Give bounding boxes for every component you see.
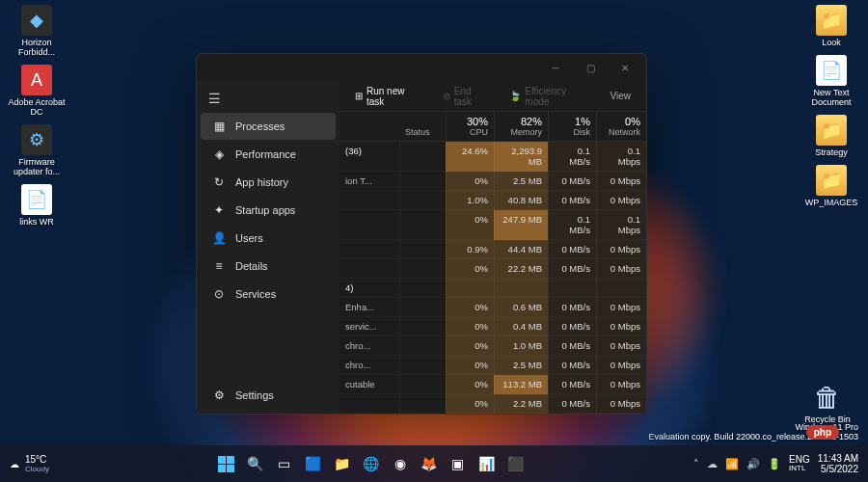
view-button[interactable]: View — [605, 87, 637, 105]
process-list[interactable]: (36)24.6%2,293.9 MB0.1 MB/s0.1 Mbpsion T… — [339, 142, 646, 414]
performance-icon: ◈ — [212, 147, 226, 161]
desktop-icon[interactable]: 📁WP_IMAGES — [802, 165, 860, 207]
efficiency-mode-button[interactable]: 🍃 Efficiency mode — [503, 82, 596, 111]
process-name: chro... — [339, 336, 399, 356]
process-name — [339, 210, 399, 240]
volume-icon[interactable]: 🔊 — [746, 458, 760, 470]
desktop-icon[interactable]: 📄links WR — [8, 184, 66, 227]
sidebar-item-label: Services — [235, 288, 276, 300]
widgets-button[interactable]: 🟦 — [301, 451, 326, 476]
table-row[interactable]: servic...0%0.4 MB0 MB/s0 Mbps — [339, 317, 646, 336]
onedrive-icon[interactable]: ☁ — [707, 458, 718, 470]
desktop-icon[interactable]: 📄New Text Document — [802, 55, 860, 107]
icon-label: New Text Document — [802, 88, 860, 107]
file-icon: 📁 — [816, 115, 847, 146]
disk-cell: 0 MB/s — [548, 298, 596, 317]
sidebar-item-performance[interactable]: ◈Performance — [201, 141, 336, 168]
table-row[interactable]: 0%22.2 MB0 MB/s0 Mbps — [339, 259, 646, 279]
startup-apps-icon: ✦ — [212, 203, 226, 217]
cpu-cell: 0% — [446, 172, 494, 191]
memory-cell: 247.9 MB — [494, 210, 548, 240]
stop-icon: ⊘ — [443, 91, 450, 101]
cpu-cell: 0% — [446, 259, 494, 279]
sidebar-item-details[interactable]: ≡Details — [201, 253, 336, 280]
table-row[interactable]: (36)24.6%2,293.9 MB0.1 MB/s0.1 Mbps — [339, 142, 646, 172]
sidebar-item-label: Details — [235, 260, 268, 272]
users-icon: 👤 — [212, 231, 226, 245]
sidebar-item-services[interactable]: ⊙Services — [201, 281, 336, 308]
processes-icon: ▦ — [212, 120, 226, 133]
header-network[interactable]: 0%Network — [596, 112, 646, 141]
icon-label: Adobe Acrobat DC — [8, 97, 66, 117]
recycle-bin[interactable]: 🗑 Recycle Bin — [799, 382, 856, 424]
task-view-button[interactable]: ▭ — [272, 451, 297, 476]
header-name[interactable] — [339, 112, 399, 141]
maximize-button[interactable]: ▢ — [573, 54, 608, 81]
tray-chevron-icon[interactable]: ˄ — [693, 458, 699, 470]
table-row[interactable]: 0.9%44.4 MB0 MB/s0 Mbps — [339, 240, 646, 259]
task-manager-window: ─ ▢ ✕ ☰ ▦Processes◈Performance↻App histo… — [196, 53, 647, 415]
language-indicator[interactable]: ENGINTL — [789, 454, 810, 473]
process-name: (36) — [339, 142, 399, 172]
app-button[interactable]: ▣ — [446, 451, 471, 476]
cpu-cell: 0% — [446, 356, 494, 375]
header-memory[interactable]: 82%Memory — [494, 112, 548, 141]
desktop-icon[interactable]: AAdobe Acrobat DC — [8, 65, 66, 117]
taskmgr-button[interactable]: 📊 — [475, 451, 500, 476]
close-button[interactable]: ✕ — [608, 54, 642, 81]
network-cell: 0 Mbps — [596, 191, 646, 210]
table-row[interactable]: cutable0%113.2 MB0 MB/s0 Mbps — [339, 375, 646, 394]
header-status[interactable]: Status — [399, 112, 446, 141]
edge-button[interactable]: 🌐 — [359, 451, 384, 476]
table-row[interactable]: chro...0%1.0 MB0 MB/s0 Mbps — [339, 336, 646, 356]
network-cell: 0 Mbps — [596, 259, 646, 279]
process-name: servic... — [339, 317, 399, 336]
battery-icon[interactable]: 🔋 — [768, 458, 781, 470]
search-button[interactable]: 🔍 — [243, 451, 268, 476]
run-new-task-button[interactable]: ⊞ Run new task — [349, 82, 429, 111]
icon-label: Look — [822, 38, 841, 47]
sidebar-item-app-history[interactable]: ↻App history — [201, 169, 336, 196]
sidebar-item-users[interactable]: 👤Users — [201, 225, 336, 252]
disk-cell: 0 MB/s — [548, 259, 596, 279]
wifi-icon[interactable]: 📶 — [725, 458, 739, 470]
process-name: 4) — [339, 279, 399, 298]
header-disk[interactable]: 1%Disk — [548, 112, 596, 141]
app2-button[interactable]: ⬛ — [503, 451, 529, 476]
sidebar-item-processes[interactable]: ▦Processes — [201, 113, 336, 140]
clock[interactable]: 11:43 AM5/5/2022 — [818, 453, 858, 474]
status-cell — [399, 240, 446, 259]
chrome-button[interactable]: ◉ — [388, 451, 413, 476]
desktop-icon[interactable]: ◆Horizon Forbidd... — [8, 5, 66, 57]
table-row[interactable]: 4) — [339, 279, 646, 298]
column-headers[interactable]: Status 30%CPU 82%Memory 1%Disk 0%Network — [339, 112, 646, 142]
disk-cell — [548, 279, 596, 298]
start-button[interactable] — [214, 451, 239, 476]
table-row[interactable]: 1.0%40.8 MB0 MB/s0 Mbps — [339, 191, 646, 210]
sidebar-item-startup-apps[interactable]: ✦Startup apps — [201, 197, 336, 224]
status-cell — [399, 298, 446, 317]
header-cpu[interactable]: 30%CPU — [446, 112, 494, 141]
hamburger-icon[interactable]: ☰ — [197, 85, 339, 112]
file-icon: 📁 — [816, 165, 847, 196]
minimize-button[interactable]: ─ — [538, 54, 573, 81]
table-row[interactable]: chro...0%2.5 MB0 MB/s0 Mbps — [339, 356, 646, 375]
status-cell — [399, 317, 446, 336]
desktop-icon[interactable]: 📁Strategy — [802, 115, 860, 157]
sidebar-item-settings[interactable]: ⚙ Settings — [201, 382, 336, 409]
table-row[interactable]: ion T...0%2.5 MB0 MB/s0 Mbps — [339, 172, 646, 191]
desktop-icon[interactable]: 📁Look — [802, 5, 860, 47]
table-row[interactable]: 0%247.9 MB0.1 MB/s0.1 Mbps — [339, 210, 646, 240]
firefox-button[interactable]: 🦊 — [417, 451, 442, 476]
desktop-icon[interactable]: ⚙Firmware updater fo... — [8, 124, 66, 176]
weather-widget[interactable]: ☁ 15°C Cloudy — [0, 454, 59, 473]
disk-cell: 0.1 MB/s — [548, 142, 596, 172]
network-cell — [596, 279, 646, 298]
table-row[interactable]: Enha...0%0.6 MB0 MB/s0 Mbps — [339, 298, 646, 317]
memory-cell: 2.5 MB — [494, 172, 548, 191]
end-task-button[interactable]: ⊘ End task — [437, 82, 497, 111]
table-row[interactable]: 0%2.2 MB0 MB/s0 Mbps — [339, 394, 646, 414]
titlebar[interactable]: ─ ▢ ✕ — [197, 54, 646, 81]
explorer-button[interactable]: 📁 — [330, 451, 355, 476]
taskbar[interactable]: ☁ 15°C Cloudy 🔍 ▭ 🟦 📁 🌐 ◉ 🦊 ▣ 📊 ⬛ ˄ ☁ 📶 … — [0, 445, 868, 482]
